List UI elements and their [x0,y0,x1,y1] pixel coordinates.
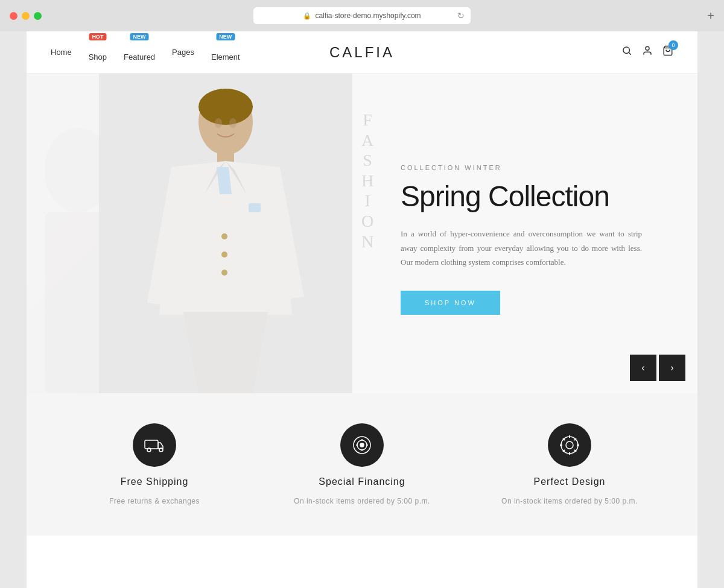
navigation: Home HOT Shop NEW Featured Pages NEW Ele… [27,31,697,74]
browser-chrome: 🔒 calfia-store-demo.myshopify.com ↻ + [0,0,724,31]
svg-point-22 [360,443,364,447]
design-subtitle: On in-stock items ordered by 5:00 p.m. [501,497,638,505]
feature-design: Perfect Design On in-stock items ordered… [466,423,673,505]
next-arrow[interactable]: › [659,355,685,381]
svg-point-16 [229,118,237,128]
nav-shop[interactable]: HOT Shop [89,43,107,62]
svg-line-1 [629,52,630,54]
hero-title: Spring Collection [401,181,667,213]
hero-subtitle: COLLECTION WINTER [401,164,667,171]
fullscreen-button[interactable] [34,12,42,20]
financing-subtitle: On in-stock items ordered by 5:00 p.m. [294,497,430,505]
search-icon[interactable] [621,45,632,59]
minimize-button[interactable] [22,12,30,20]
hero-content: COLLECTION WINTER Spring Collection In a… [352,74,697,393]
nav-featured[interactable]: NEW Featured [124,43,155,62]
website-container: Home HOT Shop NEW Featured Pages NEW Ele… [27,31,697,588]
traffic-lights [10,12,42,20]
svg-point-0 [623,47,630,54]
svg-point-12 [221,251,227,258]
design-title: Perfect Design [534,476,606,487]
shop-now-button[interactable]: SHOP NOW [401,291,500,315]
svg-point-13 [221,270,227,276]
svg-rect-17 [145,440,158,449]
new-tab-button[interactable]: + [707,9,714,23]
nav-pages[interactable]: Pages [172,48,194,57]
shipping-subtitle: Free returns & exchanges [109,497,200,505]
design-icon-circle [548,423,591,467]
cart-count: 0 [668,40,678,50]
hero-section: F A S H I O N COLLECTION WINTER Spring C… [27,74,697,393]
feature-financing: Special Financing On in-stock items orde… [258,423,466,505]
features-section: Free Shipping Free returns & exchanges S… [27,393,697,536]
financing-icon-circle [340,423,384,467]
lock-icon: 🔒 [303,12,311,20]
hero-navigation-arrows: ‹ › [630,355,685,381]
svg-point-15 [215,118,222,128]
shipping-title: Free Shipping [121,476,189,487]
new-badge-featured: NEW [130,33,149,40]
prev-arrow[interactable]: ‹ [630,355,656,381]
close-button[interactable] [10,12,17,20]
hero-main-image [99,74,352,393]
new-badge-element: NEW [216,33,235,40]
hot-badge: HOT [89,33,106,40]
svg-point-11 [221,233,227,239]
nav-home[interactable]: Home [51,48,72,57]
brand-logo[interactable]: CALFIA [329,44,395,61]
svg-rect-14 [249,203,261,212]
hero-description: In a world of hyper-convenience and over… [401,227,642,269]
svg-point-2 [646,46,649,50]
svg-point-9 [198,89,253,125]
reload-icon[interactable]: ↻ [457,11,465,21]
account-icon[interactable] [642,45,653,59]
address-bar[interactable]: 🔒 calfia-store-demo.myshopify.com ↻ [253,7,471,24]
nav-right: 0 [621,45,673,59]
svg-point-24 [566,441,573,449]
nav-element[interactable]: NEW Element [211,43,240,62]
cart-icon[interactable]: 0 [662,45,673,59]
nav-left: Home HOT Shop NEW Featured Pages NEW Ele… [51,43,240,62]
url-text: calfia-store-demo.myshopify.com [315,11,421,20]
financing-title: Special Financing [319,476,405,487]
shipping-icon-circle [133,423,176,467]
feature-shipping: Free Shipping Free returns & exchanges [51,423,258,505]
